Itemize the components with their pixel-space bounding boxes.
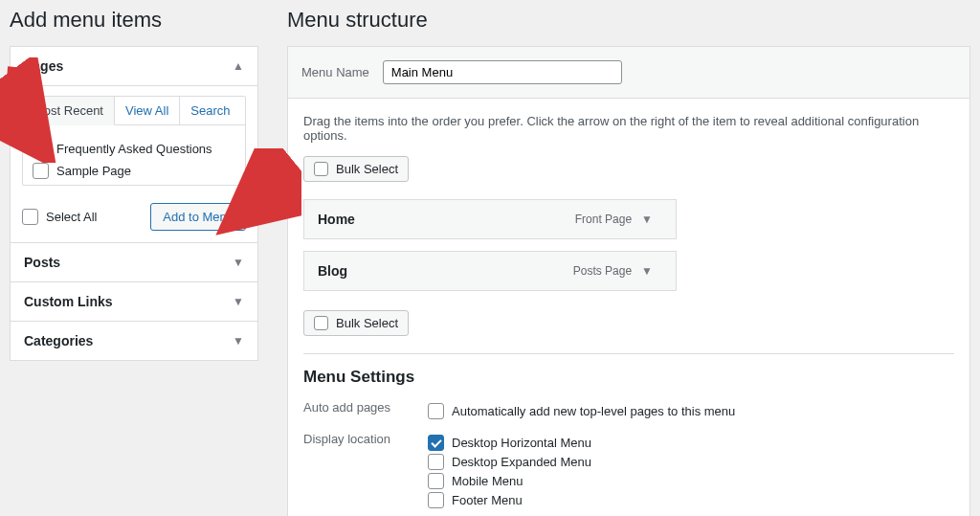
page-item-faq[interactable]: Frequently Asked Questions (33, 141, 235, 157)
bulk-select-top[interactable]: Bulk Select (303, 156, 409, 182)
checkbox-auto-add[interactable] (428, 403, 444, 419)
chevron-down-icon[interactable]: ▼ (641, 213, 653, 226)
menu-structure-box: Menu Name Drag the items into the order … (287, 46, 970, 516)
menu-name-label: Menu Name (301, 65, 369, 79)
auto-add-option[interactable]: Automatically add new top-level pages to… (428, 403, 954, 419)
section-heading-structure: Menu structure (287, 8, 970, 33)
select-all-label: Select All (46, 210, 97, 224)
checkbox-loc3[interactable] (428, 492, 444, 508)
posts-title: Posts (24, 255, 60, 270)
menu-item-home[interactable]: Home Front Page ▼ (303, 199, 677, 239)
menu-item-title: Home (318, 212, 355, 227)
menu-item-title: Blog (318, 263, 347, 279)
tab-most-recent[interactable]: Most Recent (23, 97, 115, 125)
checkbox-bulk-top[interactable] (314, 162, 328, 176)
expand-icon: ▼ (233, 334, 244, 348)
auto-add-text: Automatically add new top-level pages to… (452, 404, 735, 418)
pages-title: Pages (24, 58, 63, 74)
add-items-accordion: Pages ▲ Most Recent View All Search (10, 46, 258, 361)
expand-icon: ▼ (233, 295, 244, 308)
location-label: Mobile Menu (452, 474, 523, 488)
checkbox-loc0[interactable] (428, 435, 444, 451)
location-desktop-horizontal[interactable]: Desktop Horizontal Menu (428, 435, 954, 451)
tab-view-all[interactable]: View All (115, 97, 180, 124)
menu-header: Menu Name (288, 47, 969, 99)
checkbox-loc1[interactable] (428, 454, 444, 470)
location-desktop-expanded[interactable]: Desktop Expanded Menu (428, 454, 954, 470)
categories-header[interactable]: Categories ▼ (11, 322, 257, 360)
page-label: Sample Page (56, 164, 131, 178)
auto-add-label: Auto add pages (303, 400, 428, 422)
pages-section: Pages ▲ Most Recent View All Search (11, 47, 257, 243)
checkbox-bulk-bottom[interactable] (314, 316, 328, 330)
tab-search[interactable]: Search (180, 97, 240, 124)
select-all-row[interactable]: Select All (22, 209, 97, 225)
page-label: Frequently Asked Questions (56, 142, 212, 156)
custom-links-header[interactable]: Custom Links ▼ (11, 282, 257, 321)
menu-item-meta: Front Page (575, 213, 632, 226)
expand-icon: ▼ (233, 256, 244, 269)
location-label: Desktop Expanded Menu (452, 455, 591, 469)
page-item-sample[interactable]: Sample Page (33, 163, 235, 179)
custom-links-title: Custom Links (24, 294, 113, 309)
location-label: Footer Menu (452, 493, 523, 507)
posts-header[interactable]: Posts ▼ (11, 243, 257, 281)
checkbox-select-all[interactable] (22, 209, 38, 225)
collapse-icon: ▲ (233, 59, 244, 73)
bulk-select-label: Bulk Select (336, 316, 398, 330)
categories-title: Categories (24, 333, 93, 348)
checkbox-faq[interactable] (33, 141, 49, 157)
settings-heading: Menu Settings (303, 353, 954, 387)
pages-tabs: Most Recent View All Search Frequently A… (22, 96, 246, 186)
menu-item-blog[interactable]: Blog Posts Page ▼ (303, 251, 677, 291)
checkbox-sample[interactable] (33, 163, 49, 179)
checkbox-loc2[interactable] (428, 473, 444, 489)
bulk-select-label: Bulk Select (336, 162, 398, 176)
location-footer[interactable]: Footer Menu (428, 492, 954, 508)
menu-item-meta: Posts Page (573, 264, 632, 278)
menu-name-input[interactable] (383, 60, 622, 84)
pages-header[interactable]: Pages ▲ (11, 47, 257, 85)
section-heading-add-items: Add menu items (10, 8, 258, 33)
bulk-select-bottom[interactable]: Bulk Select (303, 310, 409, 336)
hint-text: Drag the items into the order you prefer… (303, 114, 954, 143)
location-label: Desktop Horizontal Menu (452, 436, 591, 450)
add-to-menu-button[interactable]: Add to Menu (150, 203, 246, 231)
chevron-down-icon[interactable]: ▼ (641, 264, 653, 278)
location-mobile[interactable]: Mobile Menu (428, 473, 954, 489)
display-location-label: Display location (303, 432, 428, 511)
